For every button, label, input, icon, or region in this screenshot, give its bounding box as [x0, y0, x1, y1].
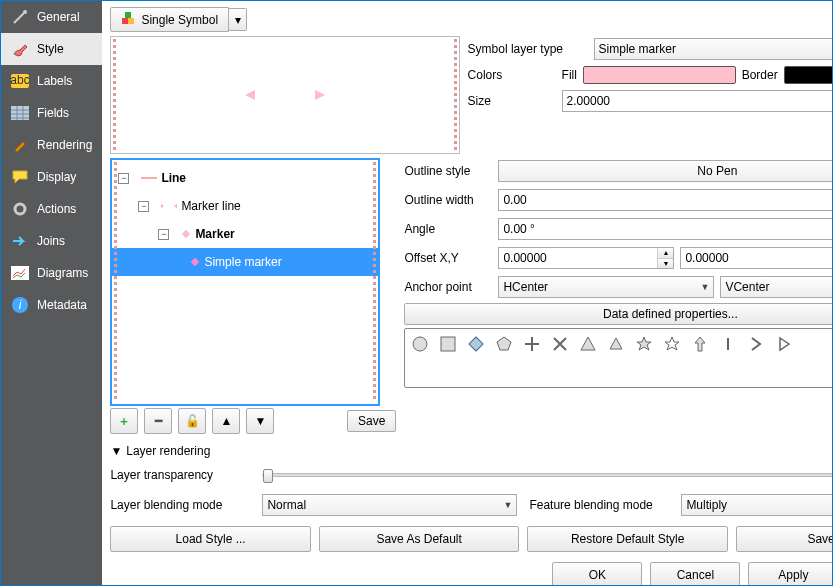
renderer-label: Single Symbol [141, 13, 218, 27]
transparency-label: Layer transparency [110, 468, 250, 482]
triangle-down-icon: ▼ [110, 444, 122, 458]
sidebar-item-general[interactable]: General [1, 1, 102, 33]
svg-point-5 [18, 207, 22, 211]
sidebar: General Style abc Labels Fields Renderin… [1, 1, 102, 585]
gear-icon [11, 200, 29, 218]
save-symbol-button[interactable]: Save [347, 410, 396, 432]
cancel-button[interactable]: Cancel [650, 562, 740, 586]
outline-style-combo[interactable]: No Pen▼ [498, 160, 833, 182]
save-style-button[interactable]: Save Style [736, 526, 833, 552]
shape-diamond[interactable] [465, 333, 487, 355]
sidebar-item-fields[interactable]: Fields [1, 97, 102, 129]
size-input[interactable]: ▲▼ [562, 90, 833, 112]
shape-pentagon[interactable] [493, 333, 515, 355]
shape-arrow-up[interactable] [689, 333, 711, 355]
offset-label: Offset X,Y [404, 251, 492, 265]
svg-marker-19 [581, 337, 595, 350]
angle-input[interactable]: ▲▼ [498, 218, 833, 240]
triangle-up-icon: ▲ [220, 414, 232, 428]
shape-star-outline[interactable] [661, 333, 683, 355]
sidebar-item-rendering[interactable]: Rendering [1, 129, 102, 161]
single-symbol-icon [121, 11, 135, 28]
collapse-icon[interactable]: − [118, 173, 129, 184]
outline-width-label: Outline width [404, 193, 492, 207]
tree-row-simplemarker[interactable]: Simple marker [112, 248, 378, 276]
main-panel: Single Symbol ▾ Symbol layer type Simple… [102, 1, 833, 585]
ok-button[interactable]: OK [552, 562, 642, 586]
collapse-icon[interactable]: − [158, 229, 169, 240]
svg-point-0 [23, 10, 27, 14]
shape-square[interactable] [437, 333, 459, 355]
sidebar-item-style[interactable]: Style [1, 33, 102, 65]
svg-rect-13 [182, 230, 190, 238]
tree-row-markerline[interactable]: − Marker line [112, 192, 378, 220]
collapse-icon[interactable]: − [138, 201, 149, 212]
anchor-label: Anchor point [404, 280, 492, 294]
border-color-swatch[interactable] [784, 66, 833, 84]
sidebar-item-diagrams[interactable]: Diagrams [1, 257, 102, 289]
feature-blend-combo[interactable]: Multiply▼ [681, 494, 833, 516]
angle-label: Angle [404, 222, 492, 236]
minus-icon: ━ [155, 414, 162, 428]
svg-rect-9 [125, 12, 131, 18]
shape-play[interactable] [773, 333, 795, 355]
restore-default-button[interactable]: Restore Default Style [527, 526, 728, 552]
remove-layer-button[interactable]: ━ [144, 408, 172, 434]
load-style-button[interactable]: Load Style ... [110, 526, 311, 552]
apply-button[interactable]: Apply [748, 562, 833, 586]
symbol-layer-tree[interactable]: − Line − Marker line − [110, 158, 380, 406]
move-up-button[interactable]: ▲ [212, 408, 240, 434]
renderer-selector[interactable]: Single Symbol ▾ [110, 7, 247, 32]
sidebar-item-label: Style [37, 42, 64, 56]
shape-line[interactable] [717, 333, 739, 355]
add-layer-button[interactable]: ＋ [110, 408, 138, 434]
sidebar-item-joins[interactable]: Joins [1, 225, 102, 257]
arrow-icon [11, 232, 29, 250]
lock-layer-button[interactable]: 🔓 [178, 408, 206, 434]
symbol-layer-type-combo[interactable]: Simple marker▼ [594, 38, 833, 60]
tree-row-line[interactable]: − Line [112, 164, 378, 192]
sidebar-item-label: Rendering [37, 138, 92, 152]
sidebar-item-label: Joins [37, 234, 65, 248]
offset-x-input[interactable]: ▲▼ [498, 247, 674, 269]
shape-equitriangle[interactable] [605, 333, 627, 355]
data-defined-button[interactable]: Data defined properties... [404, 303, 833, 325]
tools-icon [11, 8, 29, 26]
outline-style-label: Outline style [404, 164, 492, 178]
size-label: Size [468, 94, 556, 108]
shape-chevron[interactable] [745, 333, 767, 355]
anchor-v-combo[interactable]: VCenter▼ [720, 276, 833, 298]
shape-plus[interactable] [521, 333, 543, 355]
svg-marker-20 [610, 338, 622, 349]
chart-icon [11, 264, 29, 282]
shape-triangle[interactable] [577, 333, 599, 355]
sidebar-item-metadata[interactable]: i Metadata [1, 289, 102, 321]
layer-rendering-header[interactable]: ▼ Layer rendering [110, 444, 833, 458]
transparency-slider[interactable] [262, 473, 833, 477]
sidebar-item-label: Display [37, 170, 76, 184]
outline-width-input[interactable]: ▲▼ [498, 189, 833, 211]
shape-star-filled[interactable] [633, 333, 655, 355]
abc-icon: abc [11, 72, 29, 90]
brush-icon [11, 40, 29, 58]
save-default-button[interactable]: Save As Default [319, 526, 520, 552]
layer-blend-combo[interactable]: Normal▼ [262, 494, 517, 516]
tree-row-marker[interactable]: − Marker [112, 220, 378, 248]
sidebar-item-label: Labels [37, 74, 72, 88]
move-down-button[interactable]: ▼ [246, 408, 274, 434]
shape-cross[interactable] [549, 333, 571, 355]
svg-text:i: i [19, 298, 22, 312]
plus-icon: ＋ [118, 413, 130, 430]
grid-icon [11, 104, 29, 122]
sidebar-item-display[interactable]: Display [1, 161, 102, 193]
sidebar-item-label: Diagrams [37, 266, 88, 280]
sidebar-item-labels[interactable]: abc Labels [1, 65, 102, 97]
anchor-h-combo[interactable]: HCenter▼ [498, 276, 714, 298]
fill-color-swatch[interactable] [583, 66, 736, 84]
triangle-down-icon: ▼ [254, 414, 266, 428]
offset-y-input[interactable]: ▲▼ [680, 247, 833, 269]
shape-circle[interactable] [409, 333, 431, 355]
svg-rect-16 [441, 337, 455, 351]
sidebar-item-label: Fields [37, 106, 69, 120]
sidebar-item-actions[interactable]: Actions [1, 193, 102, 225]
